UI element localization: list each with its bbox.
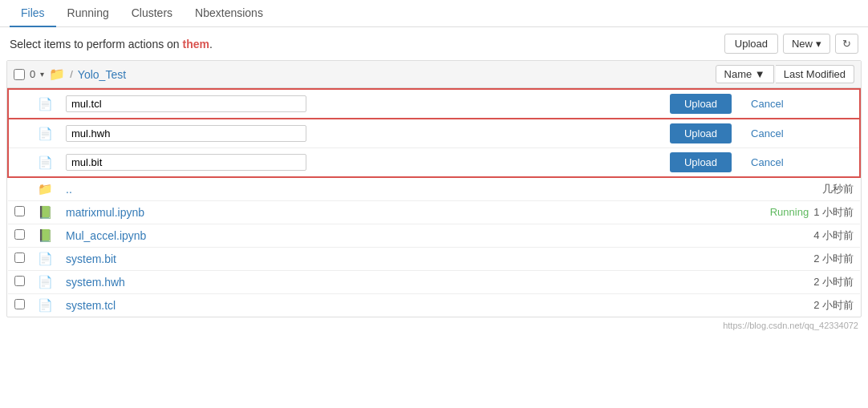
file-time-cell: 2 小时前 [583, 294, 860, 317]
upload-cancel-cell-3: Cancel [738, 148, 860, 178]
file-name-cell: system.tcl [59, 294, 583, 317]
file-checkbox[interactable] [14, 276, 25, 286]
file-checkbox[interactable] [14, 229, 25, 240]
file-name-link[interactable]: system.bit [66, 252, 116, 265]
notebook-icon: 📗 [31, 201, 59, 224]
item-count: 0 [30, 68, 35, 80]
upload-cancel-button-2[interactable]: Cancel [744, 123, 789, 143]
upload-button-top[interactable]: Upload [724, 34, 778, 54]
file-name-link[interactable]: matrixmul.ipynb [66, 206, 144, 219]
table-row: 📄 system.hwh 2 小时前 [8, 271, 860, 294]
file-browser: 0 ▾ 📁 / Yolo_Test Name ▼ Last Modified 📄… [6, 60, 862, 317]
file-table: 📄 Upload Cancel 📄 Upload [7, 88, 861, 317]
upload-actions-2: Upload [583, 119, 738, 148]
select-all-checkbox[interactable] [14, 69, 25, 80]
new-button-label: New [792, 38, 813, 50]
file-name-cell: system.bit [59, 248, 583, 271]
file-time-cell: 2 小时前 [583, 248, 860, 271]
toolbar-message-text: Select items to perform actions on [10, 38, 183, 50]
upload-name-cell-1 [59, 89, 583, 119]
new-dropdown-icon: ▾ [816, 38, 821, 50]
tab-nbextensions[interactable]: Nbextensions [184, 0, 274, 27]
refresh-button[interactable]: ↻ [835, 34, 858, 54]
browser-header: 0 ▾ 📁 / Yolo_Test Name ▼ Last Modified [7, 61, 861, 88]
upload-name-input-2[interactable] [66, 125, 306, 142]
header-left: 0 ▾ 📁 / Yolo_Test [14, 67, 716, 82]
tab-files[interactable]: Files [10, 0, 56, 27]
upload-check-2 [8, 119, 31, 148]
table-row: 📄 system.bit 2 小时前 [8, 248, 860, 271]
upload-actions-3: Upload [583, 148, 738, 178]
upload-confirm-button-2[interactable]: Upload [670, 123, 732, 143]
file-checkbox[interactable] [14, 206, 25, 216]
notebook-icon: 📗 [31, 224, 59, 248]
upload-cancel-cell-2: Cancel [738, 119, 860, 148]
folder-name-link[interactable]: Yolo_Test [78, 68, 126, 81]
count-dropdown-icon[interactable]: ▾ [40, 70, 44, 79]
upload-cancel-button-3[interactable]: Cancel [744, 152, 789, 172]
upload-confirm-button-3[interactable]: Upload [670, 152, 732, 172]
running-badge: Running [770, 206, 809, 218]
toolbar-message: Select items to perform actions on them. [10, 38, 213, 50]
upload-file-icon-2: 📄 [31, 119, 59, 148]
upload-file-icon-1: 📄 [31, 89, 59, 119]
dir-name-link[interactable]: .. [66, 183, 72, 196]
nav-tabs: Files Running Clusters Nbextensions [0, 0, 868, 27]
last-modified-header: Last Modified [776, 65, 854, 83]
upload-row-2: 📄 Upload Cancel [8, 119, 860, 148]
tab-clusters[interactable]: Clusters [120, 0, 184, 27]
tab-running[interactable]: Running [56, 0, 120, 27]
upload-name-input-3[interactable] [66, 154, 306, 171]
file-icon: 📄 [31, 248, 59, 271]
upload-check-3 [8, 148, 31, 178]
table-row: 📗 Mul_accel.ipynb 4 小时前 [8, 224, 860, 248]
upload-check-1 [8, 89, 31, 119]
file-name-link[interactable]: system.tcl [66, 299, 116, 312]
toolbar-actions: Upload New ▾ ↻ [724, 34, 858, 54]
path-separator: / [70, 68, 73, 80]
dir-name-cell: .. [59, 177, 583, 201]
file-icon: 📄 [31, 294, 59, 317]
header-right: Name ▼ Last Modified [716, 65, 854, 83]
upload-row-3: 📄 Upload Cancel [8, 148, 860, 178]
file-name-cell: matrixmul.ipynb [59, 201, 583, 224]
table-row: 📁 .. 几秒前 [8, 177, 860, 201]
sort-name-button[interactable]: Name ▼ [716, 65, 774, 83]
toolbar: Select items to perform actions on them.… [0, 27, 868, 60]
file-time-cell: 2 小时前 [583, 271, 860, 294]
file-checkbox[interactable] [14, 299, 25, 309]
upload-name-cell-2 [59, 119, 583, 148]
file-time-cell: Running1 小时前 [583, 201, 860, 224]
file-name-cell: system.hwh [59, 271, 583, 294]
file-time-cell: 4 小时前 [583, 224, 860, 248]
upload-name-input-1[interactable] [66, 95, 306, 112]
upload-actions-1: Upload [583, 89, 738, 119]
file-name-link[interactable]: Mul_accel.ipynb [66, 229, 146, 242]
upload-confirm-button-1[interactable]: Upload [670, 94, 732, 114]
new-button[interactable]: New ▾ [783, 34, 830, 54]
upload-row-1: 📄 Upload Cancel [8, 89, 860, 119]
file-name-cell: Mul_accel.ipynb [59, 224, 583, 248]
upload-file-icon-3: 📄 [31, 148, 59, 178]
file-icon: 📄 [31, 271, 59, 294]
toolbar-suffix: . [209, 38, 213, 50]
table-row: 📗 matrixmul.ipynb Running1 小时前 [8, 201, 860, 224]
folder-icon: 📁 [49, 67, 65, 82]
file-name-link[interactable]: system.hwh [66, 276, 125, 289]
upload-cancel-button-1[interactable]: Cancel [744, 94, 789, 114]
file-checkbox[interactable] [14, 252, 25, 263]
watermark: https://blog.csdn.net/qq_42334072 [0, 317, 868, 332]
dir-icon: 📁 [31, 177, 59, 201]
toolbar-highlight: them [183, 38, 209, 50]
dir-time: 几秒前 [583, 177, 860, 201]
table-row: 📄 system.tcl 2 小时前 [8, 294, 860, 317]
upload-name-cell-3 [59, 148, 583, 178]
upload-cancel-cell-1: Cancel [738, 89, 860, 119]
